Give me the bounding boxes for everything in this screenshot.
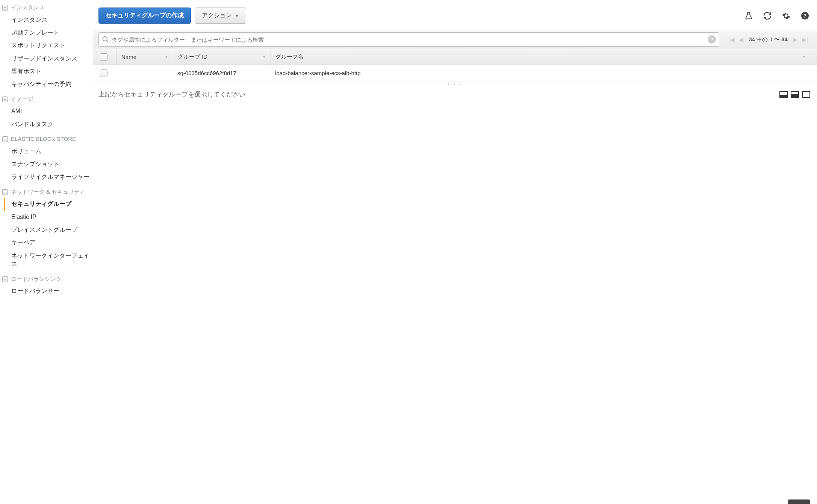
collapse-icon[interactable]: −	[2, 276, 8, 282]
toolbar: セキュリティグループの作成 アクション ▼ ?	[93, 0, 817, 30]
sidebar-item-dedicated-hosts[interactable]: 専有ホスト	[11, 65, 93, 78]
sidebar-item-placement-groups[interactable]: プレイスメントグループ	[11, 223, 93, 236]
actions-label: アクション	[202, 12, 232, 20]
search-box[interactable]: ?	[98, 32, 719, 47]
sort-icon: ▼	[802, 55, 806, 59]
pager: |◀ ◀ 34 中の 1 〜 34 ▶ ▶|	[726, 36, 810, 43]
sidebar-item-key-pairs[interactable]: キーペア	[11, 236, 93, 249]
sort-icon: ▼	[165, 55, 168, 59]
sidebar-item-elastic-ip[interactable]: Elastic IP	[11, 211, 93, 223]
sidebar-item-lifecycle-manager[interactable]: ライフサイクルマネージャー	[11, 171, 93, 183]
svg-text:?: ?	[803, 13, 806, 18]
layout-full-icon[interactable]	[802, 91, 810, 98]
search-input[interactable]	[112, 36, 705, 43]
sidebar-section-images: − イメージ AMI バンドルタスク	[0, 93, 93, 131]
sidebar-item-security-groups[interactable]: セキュリティグループ	[4, 198, 93, 210]
sidebar-item-capacity-reservations[interactable]: キャパシティーの予約	[11, 78, 93, 91]
sidebar-section-title: ネットワーク & セキュリティ	[11, 188, 85, 196]
sidebar: − インスタンス インスタンス 起動テンプレート スポットリクエスト リザーブド…	[0, 0, 93, 504]
resize-handle[interactable]: ● ● ●	[93, 81, 817, 86]
sidebar-section-ebs: − ELASTIC BLOCK STORE ボリューム スナップショット ライフ…	[0, 133, 93, 184]
sidebar-section-load-balancing: − ロードバランシング ロードバランサー	[0, 273, 93, 298]
gear-icon[interactable]	[781, 11, 791, 21]
search-icon	[102, 36, 109, 43]
sidebar-item-spot-requests[interactable]: スポットリクエスト	[11, 39, 93, 52]
sidebar-section-network-security: − ネットワーク & セキュリティ セキュリティグループ Elastic IP …	[0, 186, 93, 271]
layout-bottom-icon[interactable]	[779, 91, 788, 98]
bottom-drawer-handle[interactable]	[788, 499, 810, 504]
sidebar-item-snapshots[interactable]: スナップショット	[11, 158, 93, 171]
row-checkbox[interactable]	[100, 69, 107, 77]
refresh-icon[interactable]	[762, 11, 773, 21]
sidebar-item-launch-templates[interactable]: 起動テンプレート	[11, 26, 93, 39]
pager-prefix: 34 中の	[749, 36, 769, 42]
detail-bar: 上記からセキュリティグループを選択してください	[93, 86, 817, 102]
filter-bar: ? |◀ ◀ 34 中の 1 〜 34 ▶ ▶|	[93, 30, 817, 49]
create-security-group-button[interactable]: セキュリティグループの作成	[98, 8, 191, 24]
pager-range: 1 〜 34	[769, 36, 787, 42]
sidebar-section-instances: − インスタンス インスタンス 起動テンプレート スポットリクエスト リザーブド…	[0, 2, 93, 91]
table-row[interactable]: sg-0035d6cc6962f8d17 load-balancer-sampl…	[93, 65, 817, 81]
sort-icon: ▼	[262, 55, 266, 59]
layout-split-icon[interactable]	[791, 91, 799, 98]
sidebar-section-title: インスタンス	[11, 4, 45, 11]
sidebar-item-instances[interactable]: インスタンス	[11, 14, 93, 26]
column-label: グループ名	[275, 53, 304, 60]
main-content: セキュリティグループの作成 アクション ▼ ? ?	[93, 0, 817, 504]
select-all-checkbox[interactable]	[100, 53, 107, 61]
collapse-icon[interactable]: −	[2, 136, 8, 142]
column-label: グループ ID	[178, 53, 207, 60]
sidebar-item-volumes[interactable]: ボリューム	[11, 145, 93, 158]
pager-text: 34 中の 1 〜 34	[749, 36, 787, 43]
table-header: Name ▼ グループ ID ▼ グループ名 ▼	[93, 49, 817, 65]
sidebar-item-network-interfaces[interactable]: ネットワークインターフェイス	[11, 249, 93, 271]
pager-last-icon[interactable]: ▶|	[800, 36, 810, 43]
search-help-icon[interactable]: ?	[708, 35, 716, 44]
pager-first-icon[interactable]: |◀	[726, 36, 737, 43]
column-label: Name	[121, 54, 136, 60]
column-header-group-name[interactable]: グループ名 ▼	[271, 49, 810, 65]
collapse-icon[interactable]: −	[2, 189, 8, 195]
svg-line-3	[107, 41, 109, 42]
chevron-down-icon: ▼	[235, 14, 239, 18]
sidebar-item-bundle-tasks[interactable]: バンドルタスク	[11, 118, 93, 131]
sidebar-item-reserved-instances[interactable]: リザーブドインスタンス	[11, 52, 93, 65]
cell-group-id: sg-0035d6cc6962f8d17	[173, 70, 271, 76]
pager-prev-icon[interactable]: ◀	[737, 36, 746, 43]
pager-next-icon[interactable]: ▶	[791, 36, 800, 43]
collapse-icon[interactable]: −	[2, 5, 8, 11]
collapse-icon[interactable]: −	[2, 97, 8, 102]
experiment-icon[interactable]	[743, 11, 754, 21]
column-header-name[interactable]: Name ▼	[116, 49, 173, 65]
sidebar-section-title: イメージ	[11, 95, 33, 103]
actions-dropdown-button[interactable]: アクション ▼	[195, 8, 246, 24]
sidebar-item-ami[interactable]: AMI	[11, 105, 93, 118]
sidebar-item-load-balancers[interactable]: ロードバランサー	[11, 285, 93, 297]
help-icon[interactable]: ?	[800, 11, 810, 21]
cell-group-name: load-balancer-sample-ecs-alb-http	[271, 70, 810, 76]
svg-point-2	[103, 37, 107, 41]
detail-message: 上記からセキュリティグループを選択してください	[98, 90, 245, 99]
column-header-group-id[interactable]: グループ ID ▼	[173, 49, 271, 65]
sidebar-section-title: ロードバランシング	[11, 275, 62, 283]
sidebar-section-title: ELASTIC BLOCK STORE	[11, 135, 76, 143]
